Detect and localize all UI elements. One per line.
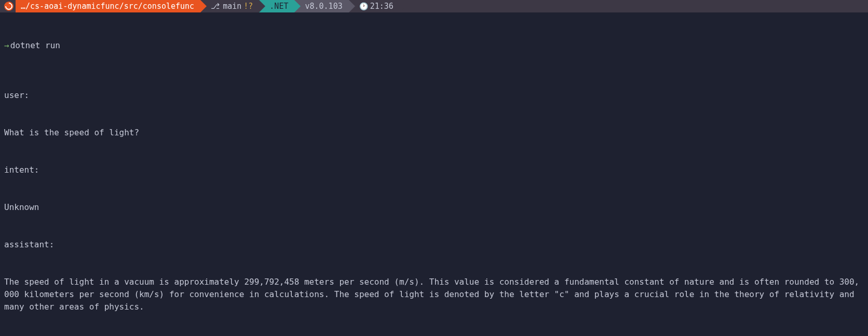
terminal-output[interactable]: →dotnet run user: What is the speed of l… <box>0 12 868 336</box>
git-branch-icon: ⎇ <box>211 0 220 12</box>
git-segment: ⎇ main !? <box>200 0 259 12</box>
status-bar: …/cs-aoai-dynamicfunc/src/consolefunc ⎇ … <box>0 0 868 12</box>
ubuntu-icon <box>4 2 13 11</box>
assistant-message: The speed of light in a vacuum is approx… <box>4 276 864 313</box>
prompt-arrow-icon: → <box>4 40 9 50</box>
dotnet-version-segment: v8.0.103 <box>294 0 348 12</box>
path-segment: …/cs-aoai-dynamicfunc/src/consolefunc <box>16 0 200 12</box>
prompt-line: →dotnet run <box>4 39 864 52</box>
ubuntu-segment <box>0 0 16 12</box>
git-status-indicator: !? <box>243 0 253 12</box>
git-branch-name: main <box>223 0 241 12</box>
user-message: What is the speed of light? <box>4 127 864 139</box>
intent-value: Unknown <box>4 201 864 214</box>
cwd-path: …/cs-aoai-dynamicfunc/src/consolefunc <box>21 0 194 12</box>
dotnet-label: .NET <box>269 0 288 12</box>
time-value: 21:36 <box>370 0 394 12</box>
intent-label: intent: <box>4 164 864 176</box>
assistant-label: assistant: <box>4 239 864 251</box>
command-text: dotnet run <box>10 40 60 50</box>
dotnet-version: v8.0.103 <box>305 0 342 12</box>
clock-icon: 🕐 <box>359 0 368 12</box>
time-segment: 🕐21:36 <box>349 0 400 12</box>
user-label: user: <box>4 89 864 102</box>
